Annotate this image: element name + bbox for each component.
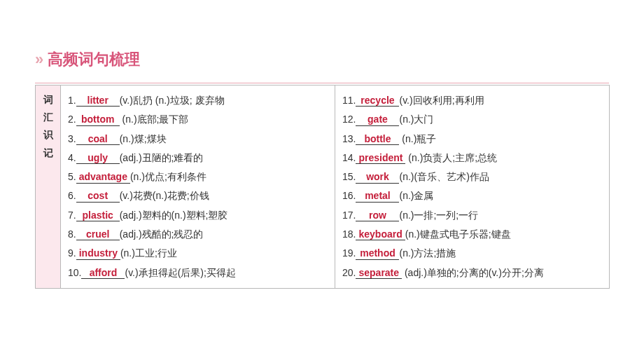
item-definition: (n.)方法;措施 — [399, 247, 456, 259]
vocab-item: 5.advantage(n.)优点;有利条件 — [68, 167, 328, 186]
item-number: 16. — [342, 190, 356, 201]
item-definition: (n.)一排;一列;一行 — [399, 210, 478, 221]
vocab-item: 2.bottom (n.)底部;最下部 — [68, 110, 328, 129]
item-definition: (v.)回收利用;再利用 — [399, 95, 484, 106]
vocab-item: 18.keyboard(n.)键盘式电子乐器;键盘 — [342, 225, 602, 244]
item-answer: cost — [76, 191, 120, 202]
item-answer: metal — [356, 191, 399, 202]
item-number: 13. — [342, 133, 356, 144]
side-label-char: 记 — [43, 144, 53, 162]
vocab-item: 9.industry(n.)工业;行业 — [68, 244, 328, 263]
vocab-table: 词 汇 识 记 1.litter(v.)乱扔 (n.)垃圾; 废弃物 2.bot… — [35, 85, 610, 289]
item-definition: (n.)煤;煤块 — [120, 133, 167, 144]
item-definition: (n.)负责人;主席;总统 — [405, 152, 497, 163]
vocab-item: 20.separate (adj.)单独的;分离的(v.)分开;分离 — [342, 263, 602, 282]
item-number: 17. — [342, 210, 356, 221]
item-number: 12. — [342, 114, 356, 125]
vocab-item: 4.ugly(adj.)丑陋的;难看的 — [68, 149, 328, 167]
item-number: 9. — [68, 247, 76, 259]
item-answer: afford — [81, 268, 125, 279]
item-answer: coal — [76, 134, 120, 145]
item-answer: keyboard — [356, 229, 405, 240]
side-label-cell: 词 汇 识 记 — [36, 85, 61, 289]
item-definition: (n.)金属 — [399, 190, 433, 201]
item-answer: gate — [356, 114, 399, 125]
vocab-item: 12.gate(n.)大门 — [342, 110, 602, 129]
item-definition: (v.)乱扔 (n.)垃圾; 废弃物 — [120, 95, 225, 106]
vocab-item: 10.afford(v.)承担得起(后果);买得起 — [68, 263, 328, 282]
vocab-item: 13.bottle (n.)瓶子 — [342, 130, 602, 149]
side-label-char: 识 — [43, 126, 53, 144]
chevron-icon: » — [35, 50, 42, 69]
vocab-item: 16.metal(n.)金属 — [342, 186, 602, 205]
right-column: 11.recycle(v.)回收利用;再利用 12.gate(n.)大门 13.… — [335, 85, 610, 289]
side-label-char: 汇 — [43, 109, 53, 126]
item-answer: president — [356, 153, 405, 164]
item-definition: (n.)工业;行业 — [120, 247, 177, 259]
section-title: 高频词句梳理 — [48, 49, 140, 70]
item-answer: method — [356, 248, 399, 259]
item-answer: plastic — [76, 210, 120, 221]
item-answer: separate — [356, 268, 402, 279]
item-number: 18. — [342, 228, 356, 240]
item-definition: (n.)大门 — [399, 114, 433, 125]
item-number: 14. — [342, 152, 356, 163]
item-definition: (n.)瓶子 — [399, 133, 436, 144]
vocab-item: 7.plastic(adj.)塑料的(n.)塑料;塑胶 — [68, 206, 328, 225]
item-number: 8. — [68, 228, 76, 240]
item-definition: (n.)底部;最下部 — [120, 114, 189, 125]
item-definition: (n.)键盘式电子乐器;键盘 — [405, 228, 511, 240]
item-number: 20. — [342, 267, 356, 278]
item-answer: bottom — [76, 114, 120, 125]
vocab-item: 15.work(n.)(音乐、艺术)作品 — [342, 167, 602, 186]
item-number: 7. — [68, 210, 76, 221]
item-answer: advantage — [76, 172, 130, 183]
side-label-char: 词 — [43, 91, 53, 109]
vocab-item: 6.cost(v.)花费(n.)花费;价钱 — [68, 186, 328, 205]
item-definition: (adj.)塑料的(n.)塑料;塑胶 — [120, 210, 228, 221]
vocab-item: 14.president (n.)负责人;主席;总统 — [342, 149, 602, 167]
item-number: 4. — [68, 152, 76, 163]
item-answer: bottle — [356, 134, 399, 145]
vocab-item: 17.row(n.)一排;一列;一行 — [342, 206, 602, 225]
item-number: 1. — [68, 95, 76, 106]
item-number: 11. — [342, 95, 356, 106]
vocab-item: 3.coal(n.)煤;煤块 — [68, 130, 328, 149]
item-answer: recycle — [356, 95, 399, 107]
vocab-item: 19.method(n.)方法;措施 — [342, 244, 602, 263]
item-number: 10. — [68, 267, 81, 278]
item-definition: (n.)优点;有利条件 — [130, 171, 206, 182]
item-number: 3. — [68, 133, 76, 144]
item-answer: litter — [76, 95, 120, 107]
item-number: 2. — [68, 114, 76, 125]
vocab-item: 8.cruel(adj.)残酷的;残忍的 — [68, 225, 328, 244]
item-definition: (adj.)丑陋的;难看的 — [120, 152, 204, 163]
item-definition: (v.)承担得起(后果);买得起 — [125, 267, 235, 278]
item-number: 6. — [68, 190, 76, 201]
item-answer: work — [356, 172, 399, 183]
item-definition: (adj.)残酷的;残忍的 — [120, 228, 204, 240]
item-number: 19. — [342, 247, 356, 259]
item-answer: cruel — [76, 229, 120, 240]
divider — [35, 83, 609, 83]
item-definition: (n.)(音乐、艺术)作品 — [399, 171, 489, 182]
item-number: 15. — [342, 171, 356, 182]
item-definition: (v.)花费(n.)花费;价钱 — [120, 190, 209, 201]
item-answer: row — [356, 210, 399, 221]
item-number: 5. — [68, 171, 76, 182]
item-answer: industry — [76, 248, 120, 259]
item-answer: ugly — [76, 153, 120, 164]
vocab-item: 11.recycle(v.)回收利用;再利用 — [342, 91, 602, 110]
item-definition: (adj.)单独的;分离的(v.)分开;分离 — [402, 267, 544, 278]
section-header: » 高频词句梳理 — [35, 49, 609, 70]
side-label: 词 汇 识 记 — [43, 91, 53, 162]
left-column: 1.litter(v.)乱扔 (n.)垃圾; 废弃物 2.bottom (n.)… — [61, 85, 335, 289]
vocab-item: 1.litter(v.)乱扔 (n.)垃圾; 废弃物 — [68, 91, 328, 110]
